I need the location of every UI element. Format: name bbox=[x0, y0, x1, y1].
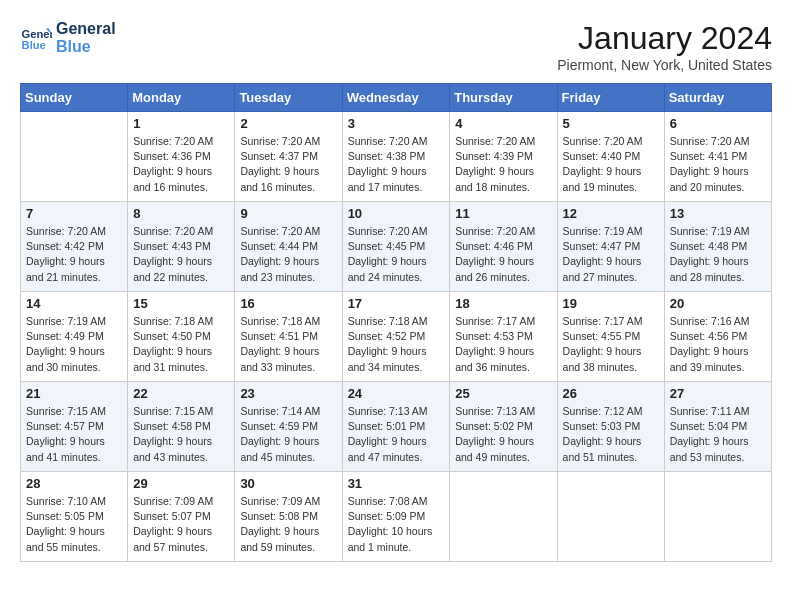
calendar-cell bbox=[21, 112, 128, 202]
calendar-cell: 7Sunrise: 7:20 AM Sunset: 4:42 PM Daylig… bbox=[21, 202, 128, 292]
day-info: Sunrise: 7:20 AM Sunset: 4:42 PM Dayligh… bbox=[26, 224, 122, 285]
calendar-cell: 22Sunrise: 7:15 AM Sunset: 4:58 PM Dayli… bbox=[128, 382, 235, 472]
day-number: 10 bbox=[348, 206, 445, 221]
calendar-title: January 2024 bbox=[557, 20, 772, 57]
calendar-cell bbox=[557, 472, 664, 562]
calendar-cell: 31Sunrise: 7:08 AM Sunset: 5:09 PM Dayli… bbox=[342, 472, 450, 562]
day-info: Sunrise: 7:11 AM Sunset: 5:04 PM Dayligh… bbox=[670, 404, 766, 465]
calendar-cell: 30Sunrise: 7:09 AM Sunset: 5:08 PM Dayli… bbox=[235, 472, 342, 562]
day-number: 17 bbox=[348, 296, 445, 311]
day-number: 12 bbox=[563, 206, 659, 221]
day-number: 3 bbox=[348, 116, 445, 131]
calendar-cell: 25Sunrise: 7:13 AM Sunset: 5:02 PM Dayli… bbox=[450, 382, 557, 472]
day-number: 6 bbox=[670, 116, 766, 131]
weekday-header-wednesday: Wednesday bbox=[342, 84, 450, 112]
week-row-5: 28Sunrise: 7:10 AM Sunset: 5:05 PM Dayli… bbox=[21, 472, 772, 562]
day-info: Sunrise: 7:13 AM Sunset: 5:01 PM Dayligh… bbox=[348, 404, 445, 465]
week-row-4: 21Sunrise: 7:15 AM Sunset: 4:57 PM Dayli… bbox=[21, 382, 772, 472]
day-number: 7 bbox=[26, 206, 122, 221]
page-header: General Blue General Blue January 2024 P… bbox=[20, 20, 772, 73]
calendar-cell: 9Sunrise: 7:20 AM Sunset: 4:44 PM Daylig… bbox=[235, 202, 342, 292]
calendar-cell: 27Sunrise: 7:11 AM Sunset: 5:04 PM Dayli… bbox=[664, 382, 771, 472]
day-number: 19 bbox=[563, 296, 659, 311]
day-info: Sunrise: 7:18 AM Sunset: 4:50 PM Dayligh… bbox=[133, 314, 229, 375]
day-info: Sunrise: 7:10 AM Sunset: 5:05 PM Dayligh… bbox=[26, 494, 122, 555]
day-number: 24 bbox=[348, 386, 445, 401]
day-number: 31 bbox=[348, 476, 445, 491]
day-info: Sunrise: 7:15 AM Sunset: 4:58 PM Dayligh… bbox=[133, 404, 229, 465]
day-info: Sunrise: 7:19 AM Sunset: 4:48 PM Dayligh… bbox=[670, 224, 766, 285]
day-info: Sunrise: 7:20 AM Sunset: 4:40 PM Dayligh… bbox=[563, 134, 659, 195]
day-number: 16 bbox=[240, 296, 336, 311]
calendar-cell bbox=[664, 472, 771, 562]
day-number: 21 bbox=[26, 386, 122, 401]
day-number: 13 bbox=[670, 206, 766, 221]
calendar-cell: 6Sunrise: 7:20 AM Sunset: 4:41 PM Daylig… bbox=[664, 112, 771, 202]
day-info: Sunrise: 7:20 AM Sunset: 4:37 PM Dayligh… bbox=[240, 134, 336, 195]
weekday-header-thursday: Thursday bbox=[450, 84, 557, 112]
day-info: Sunrise: 7:19 AM Sunset: 4:47 PM Dayligh… bbox=[563, 224, 659, 285]
calendar-cell: 18Sunrise: 7:17 AM Sunset: 4:53 PM Dayli… bbox=[450, 292, 557, 382]
day-info: Sunrise: 7:12 AM Sunset: 5:03 PM Dayligh… bbox=[563, 404, 659, 465]
day-info: Sunrise: 7:13 AM Sunset: 5:02 PM Dayligh… bbox=[455, 404, 551, 465]
day-number: 26 bbox=[563, 386, 659, 401]
calendar-cell: 28Sunrise: 7:10 AM Sunset: 5:05 PM Dayli… bbox=[21, 472, 128, 562]
day-info: Sunrise: 7:18 AM Sunset: 4:52 PM Dayligh… bbox=[348, 314, 445, 375]
weekday-header-monday: Monday bbox=[128, 84, 235, 112]
day-number: 27 bbox=[670, 386, 766, 401]
weekday-header-sunday: Sunday bbox=[21, 84, 128, 112]
day-number: 18 bbox=[455, 296, 551, 311]
svg-text:Blue: Blue bbox=[22, 39, 46, 51]
day-info: Sunrise: 7:20 AM Sunset: 4:46 PM Dayligh… bbox=[455, 224, 551, 285]
calendar-cell: 26Sunrise: 7:12 AM Sunset: 5:03 PM Dayli… bbox=[557, 382, 664, 472]
day-number: 15 bbox=[133, 296, 229, 311]
calendar-subtitle: Piermont, New York, United States bbox=[557, 57, 772, 73]
weekday-header-saturday: Saturday bbox=[664, 84, 771, 112]
day-info: Sunrise: 7:09 AM Sunset: 5:07 PM Dayligh… bbox=[133, 494, 229, 555]
calendar-cell: 12Sunrise: 7:19 AM Sunset: 4:47 PM Dayli… bbox=[557, 202, 664, 292]
day-number: 14 bbox=[26, 296, 122, 311]
day-info: Sunrise: 7:17 AM Sunset: 4:55 PM Dayligh… bbox=[563, 314, 659, 375]
week-row-1: 1Sunrise: 7:20 AM Sunset: 4:36 PM Daylig… bbox=[21, 112, 772, 202]
calendar-cell: 15Sunrise: 7:18 AM Sunset: 4:50 PM Dayli… bbox=[128, 292, 235, 382]
weekday-header-tuesday: Tuesday bbox=[235, 84, 342, 112]
day-number: 20 bbox=[670, 296, 766, 311]
day-number: 11 bbox=[455, 206, 551, 221]
day-number: 4 bbox=[455, 116, 551, 131]
logo-icon: General Blue bbox=[20, 22, 52, 54]
calendar-cell: 11Sunrise: 7:20 AM Sunset: 4:46 PM Dayli… bbox=[450, 202, 557, 292]
week-row-2: 7Sunrise: 7:20 AM Sunset: 4:42 PM Daylig… bbox=[21, 202, 772, 292]
calendar-cell: 13Sunrise: 7:19 AM Sunset: 4:48 PM Dayli… bbox=[664, 202, 771, 292]
title-section: January 2024 Piermont, New York, United … bbox=[557, 20, 772, 73]
day-info: Sunrise: 7:18 AM Sunset: 4:51 PM Dayligh… bbox=[240, 314, 336, 375]
day-info: Sunrise: 7:16 AM Sunset: 4:56 PM Dayligh… bbox=[670, 314, 766, 375]
day-info: Sunrise: 7:20 AM Sunset: 4:38 PM Dayligh… bbox=[348, 134, 445, 195]
day-info: Sunrise: 7:14 AM Sunset: 4:59 PM Dayligh… bbox=[240, 404, 336, 465]
day-number: 5 bbox=[563, 116, 659, 131]
calendar-cell: 16Sunrise: 7:18 AM Sunset: 4:51 PM Dayli… bbox=[235, 292, 342, 382]
day-info: Sunrise: 7:20 AM Sunset: 4:41 PM Dayligh… bbox=[670, 134, 766, 195]
day-number: 8 bbox=[133, 206, 229, 221]
week-row-3: 14Sunrise: 7:19 AM Sunset: 4:49 PM Dayli… bbox=[21, 292, 772, 382]
calendar-cell bbox=[450, 472, 557, 562]
calendar-cell: 2Sunrise: 7:20 AM Sunset: 4:37 PM Daylig… bbox=[235, 112, 342, 202]
day-info: Sunrise: 7:20 AM Sunset: 4:39 PM Dayligh… bbox=[455, 134, 551, 195]
day-info: Sunrise: 7:20 AM Sunset: 4:45 PM Dayligh… bbox=[348, 224, 445, 285]
day-info: Sunrise: 7:08 AM Sunset: 5:09 PM Dayligh… bbox=[348, 494, 445, 555]
weekday-header-friday: Friday bbox=[557, 84, 664, 112]
day-number: 29 bbox=[133, 476, 229, 491]
calendar-cell: 1Sunrise: 7:20 AM Sunset: 4:36 PM Daylig… bbox=[128, 112, 235, 202]
day-number: 23 bbox=[240, 386, 336, 401]
calendar-cell: 29Sunrise: 7:09 AM Sunset: 5:07 PM Dayli… bbox=[128, 472, 235, 562]
day-info: Sunrise: 7:20 AM Sunset: 4:44 PM Dayligh… bbox=[240, 224, 336, 285]
day-info: Sunrise: 7:20 AM Sunset: 4:36 PM Dayligh… bbox=[133, 134, 229, 195]
calendar-cell: 10Sunrise: 7:20 AM Sunset: 4:45 PM Dayli… bbox=[342, 202, 450, 292]
day-info: Sunrise: 7:17 AM Sunset: 4:53 PM Dayligh… bbox=[455, 314, 551, 375]
logo: General Blue General Blue bbox=[20, 20, 116, 55]
day-info: Sunrise: 7:09 AM Sunset: 5:08 PM Dayligh… bbox=[240, 494, 336, 555]
day-number: 25 bbox=[455, 386, 551, 401]
calendar-cell: 17Sunrise: 7:18 AM Sunset: 4:52 PM Dayli… bbox=[342, 292, 450, 382]
weekday-header-row: SundayMondayTuesdayWednesdayThursdayFrid… bbox=[21, 84, 772, 112]
calendar-cell: 23Sunrise: 7:14 AM Sunset: 4:59 PM Dayli… bbox=[235, 382, 342, 472]
day-number: 22 bbox=[133, 386, 229, 401]
